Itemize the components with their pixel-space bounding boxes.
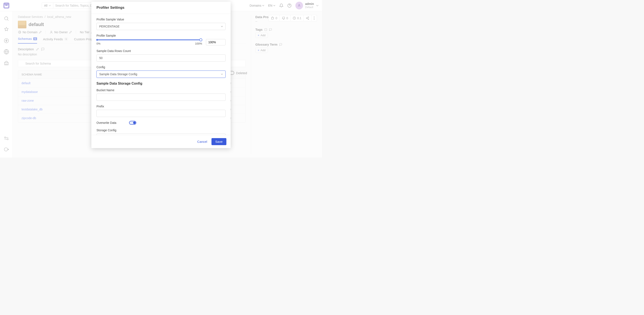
config-select[interactable]: Sample Data Storage Config [96,71,226,78]
sample-rows-label: Sample Data Rows Count [96,49,226,53]
profile-sample-slider[interactable] [96,40,202,40]
overwrite-data-toggle[interactable] [129,121,136,125]
slider-min: 0% [96,42,100,45]
modal-title: Profiler Settings [91,2,231,14]
bucket-name-input[interactable] [96,94,226,101]
profile-sample-value-label: Profile Sample Value [96,18,226,21]
save-button[interactable]: Save [212,138,226,145]
config-label: Config [96,66,226,69]
storage-config-label: Storage Config [96,129,226,132]
prefix-input[interactable] [96,110,226,117]
cancel-button[interactable]: Cancel [197,140,207,143]
slider-max: 100% [195,42,202,45]
sample-rows-input[interactable] [96,54,226,62]
prefix-label: Prefix [96,105,226,108]
profile-sample-value-select[interactable]: PERCENTAGE [96,23,226,30]
profile-sample-value-input[interactable] [206,39,226,45]
storage-section-title: Sample Data Storage Config [96,82,226,86]
profiler-settings-modal: Profiler Settings Profile Sample Value P… [91,2,231,148]
overwrite-label: Overwrite Data [96,121,116,124]
profile-sample-label: Profile Sample [96,34,226,37]
bucket-name-label: Bucket Name [96,89,226,92]
